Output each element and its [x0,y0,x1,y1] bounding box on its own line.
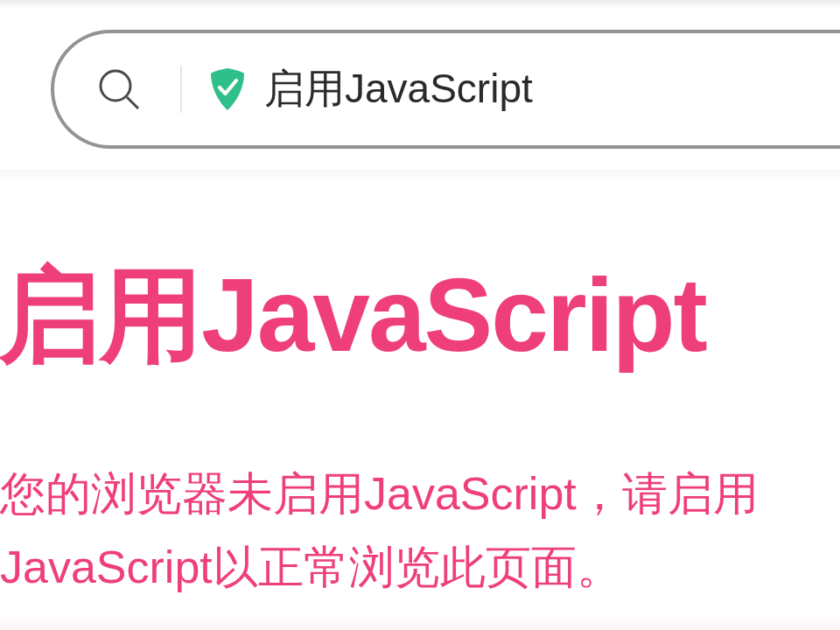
svg-line-1 [127,97,138,108]
address-bar-url[interactable]: 启用JavaScript [264,62,533,116]
page-body-text: 您的浏览器未启用JavaScript，请启用JavaScript以正常浏览此页面… [0,457,805,604]
bottom-fade [0,616,840,630]
address-region-shadow [0,170,840,182]
svg-point-0 [101,71,130,101]
secure-shield-icon [208,67,247,111]
window-top-shadow [0,0,840,9]
search-icon [96,66,142,112]
address-bar[interactable]: 启用JavaScript [51,30,840,149]
address-bar-divider [180,66,182,113]
page-headline: 启用JavaScript [0,259,805,373]
page-content: 启用JavaScript 您的浏览器未启用JavaScript，请启用JavaS… [0,259,805,604]
